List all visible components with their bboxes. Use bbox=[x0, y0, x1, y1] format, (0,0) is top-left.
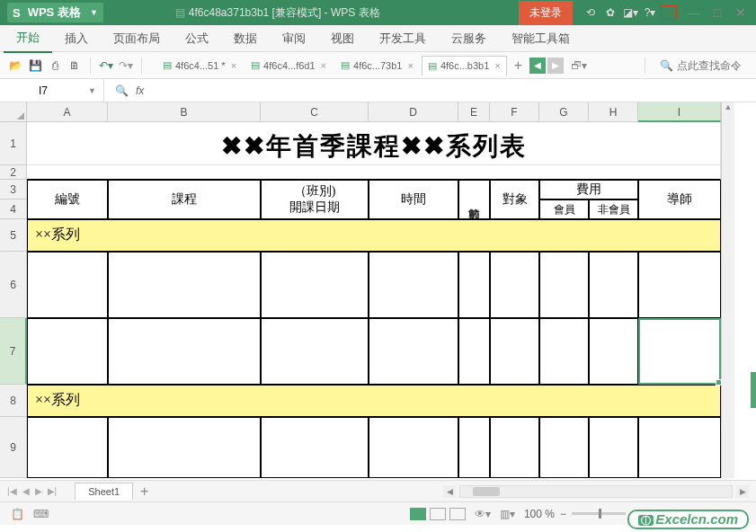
menu-review[interactable]: 审阅 bbox=[270, 25, 318, 52]
cell[interactable] bbox=[539, 318, 589, 385]
zoom-slider[interactable] bbox=[572, 512, 626, 515]
menu-page-layout[interactable]: 页面布局 bbox=[101, 25, 173, 52]
menu-dev-tools[interactable]: 开发工具 bbox=[367, 25, 439, 52]
menu-start[interactable]: 开始 bbox=[4, 24, 52, 53]
cell[interactable] bbox=[27, 318, 108, 385]
cell[interactable] bbox=[261, 252, 369, 318]
name-box-dropdown-icon[interactable]: ▼ bbox=[88, 86, 96, 95]
file-tab-4[interactable]: ▤4f6c...b3b1× bbox=[422, 56, 507, 75]
sheet-nav-next[interactable]: ▶ bbox=[35, 486, 42, 496]
side-panel-toggle[interactable] bbox=[751, 372, 756, 408]
close-tab-icon[interactable]: × bbox=[494, 60, 500, 71]
header-sessions[interactable]: 節數 bbox=[458, 180, 490, 219]
col-header-h[interactable]: H bbox=[589, 102, 638, 122]
sheet-title[interactable]: ✖✖年首季課程✖✖系列表 bbox=[27, 122, 721, 165]
menu-data[interactable]: 数据 bbox=[221, 25, 270, 52]
series-row-2[interactable]: ××系列 bbox=[27, 385, 721, 417]
header-id[interactable]: 編號 bbox=[27, 180, 108, 219]
header-time[interactable]: 時間 bbox=[369, 180, 458, 219]
cell[interactable] bbox=[108, 252, 261, 318]
redo-icon[interactable]: ↷▾ bbox=[118, 58, 134, 74]
header-class[interactable]: （班別) 開課日期 bbox=[261, 180, 369, 219]
sheet-nav-last[interactable]: ▶| bbox=[48, 486, 58, 496]
file-tab-2[interactable]: ▤4f6c4...f6d1× bbox=[245, 55, 333, 75]
fx-search-icon[interactable]: 🔍 bbox=[115, 84, 129, 97]
notification-icon[interactable]: ↓ bbox=[661, 5, 677, 20]
cell[interactable] bbox=[539, 252, 589, 318]
cell[interactable] bbox=[638, 417, 721, 478]
col-header-b[interactable]: B bbox=[108, 102, 261, 122]
undo-icon[interactable]: ↶▾ bbox=[98, 58, 114, 74]
cell[interactable] bbox=[539, 417, 589, 478]
cell[interactable] bbox=[458, 318, 490, 385]
sheet-nav-prev[interactable]: ◀ bbox=[22, 486, 30, 496]
open-icon[interactable]: 📂 bbox=[7, 58, 23, 74]
hscroll-left[interactable]: ◀ bbox=[443, 485, 456, 498]
cell[interactable] bbox=[369, 252, 458, 318]
app-menu-dropdown-icon[interactable]: ▼ bbox=[90, 8, 98, 17]
horizontal-scrollbar[interactable]: ◀ ▶ bbox=[443, 485, 749, 498]
status-eye-icon[interactable]: 👁▾ bbox=[475, 508, 491, 520]
cell[interactable] bbox=[490, 417, 539, 478]
tab-nav-left[interactable]: ◀ bbox=[529, 58, 546, 74]
file-tab-3[interactable]: ▤4f6c...73b1× bbox=[334, 55, 420, 75]
add-tab-button[interactable]: + bbox=[509, 56, 528, 75]
header-member[interactable]: 會員 bbox=[539, 200, 589, 219]
select-all-corner[interactable] bbox=[0, 102, 27, 122]
col-header-e[interactable]: E bbox=[458, 102, 490, 122]
search-input[interactable] bbox=[677, 59, 749, 72]
header-instructor[interactable]: 導師 bbox=[638, 180, 721, 219]
view-reading[interactable] bbox=[449, 508, 466, 520]
header-course[interactable]: 課程 bbox=[108, 180, 261, 219]
skin-icon[interactable]: ◪▾ bbox=[621, 4, 639, 22]
menu-smart-tools[interactable]: 智能工具箱 bbox=[499, 25, 583, 52]
zoom-level[interactable]: 100 % bbox=[524, 508, 555, 520]
close-tab-icon[interactable]: × bbox=[321, 60, 326, 71]
vscroll-up[interactable]: ▲ bbox=[721, 102, 734, 122]
settings-icon[interactable]: ✿ bbox=[601, 4, 619, 22]
cell[interactable] bbox=[27, 252, 108, 318]
cell[interactable] bbox=[369, 318, 458, 385]
cell[interactable] bbox=[27, 165, 721, 180]
print-preview-icon[interactable]: 🗎 bbox=[67, 58, 83, 74]
maximize-button[interactable]: □ bbox=[709, 4, 725, 21]
sheet-nav-first[interactable]: |◀ bbox=[7, 486, 17, 496]
row-header-7[interactable]: 7 bbox=[0, 318, 27, 385]
menu-formula[interactable]: 公式 bbox=[173, 25, 221, 52]
cell[interactable] bbox=[458, 252, 490, 318]
menu-insert[interactable]: 插入 bbox=[52, 25, 101, 52]
col-header-c[interactable]: C bbox=[261, 102, 369, 122]
login-button[interactable]: 未登录 bbox=[519, 1, 573, 25]
tab-nav-right[interactable]: ▶ bbox=[547, 58, 564, 74]
hscroll-right[interactable]: ▶ bbox=[736, 485, 749, 498]
cell[interactable] bbox=[261, 318, 369, 385]
menu-cloud[interactable]: 云服务 bbox=[439, 25, 499, 52]
name-box[interactable]: ▼ bbox=[0, 79, 104, 102]
col-header-g[interactable]: G bbox=[539, 102, 589, 122]
cell[interactable] bbox=[490, 252, 539, 318]
col-header-d[interactable]: D bbox=[369, 102, 458, 122]
view-page[interactable] bbox=[430, 508, 446, 520]
col-header-f[interactable]: F bbox=[490, 102, 539, 122]
command-search[interactable]: 🔍 bbox=[660, 59, 749, 72]
sheet-tab-1[interactable]: Sheet1 bbox=[75, 483, 133, 500]
spreadsheet-grid[interactable]: A B C D E F G H I ▲ 1 ✖✖年首季課程✖✖系列表 2 3 編… bbox=[0, 102, 756, 480]
print-icon[interactable]: ⎙ bbox=[47, 58, 63, 74]
cell[interactable] bbox=[458, 417, 490, 478]
row-header-9[interactable]: 9 bbox=[0, 417, 27, 478]
row-header-5[interactable]: 5 bbox=[0, 219, 27, 252]
close-tab-icon[interactable]: × bbox=[231, 60, 236, 71]
row-header-8[interactable]: 8 bbox=[0, 385, 27, 417]
zoom-out-button[interactable]: − bbox=[560, 508, 566, 520]
header-nonmember[interactable]: 非會員 bbox=[589, 200, 638, 219]
row-header-2[interactable]: 2 bbox=[0, 165, 27, 180]
selected-cell[interactable] bbox=[638, 318, 721, 385]
close-button[interactable]: ✕ bbox=[733, 4, 749, 21]
row-header-4[interactable]: 4 bbox=[0, 200, 27, 219]
cell[interactable] bbox=[589, 252, 638, 318]
add-sheet-button[interactable]: + bbox=[140, 483, 148, 500]
status-clipboard-icon[interactable]: 📋 bbox=[11, 508, 24, 520]
cell-reference-input[interactable] bbox=[7, 84, 79, 97]
hscroll-track[interactable] bbox=[459, 485, 733, 498]
row-header-6[interactable]: 6 bbox=[0, 252, 27, 318]
